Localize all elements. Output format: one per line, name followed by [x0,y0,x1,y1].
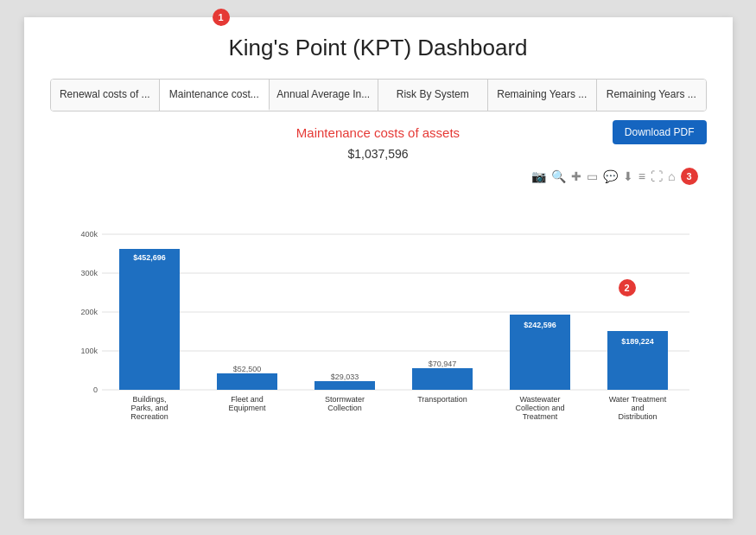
download-icon[interactable]: ⬇ [623,169,633,183]
badge-3: 3 [681,168,698,185]
chart-total: $1,037,596 [50,147,707,161]
bar-chart-svg: 0 100k 200k 300k 400k $452,696 $52,500 $… [50,195,707,437]
svg-text:Buildings,: Buildings, [132,395,166,404]
page-title: King's Point (KPT) Dashboard [50,35,707,61]
comment-icon[interactable]: 💬 [603,169,618,183]
dashboard-card: King's Point (KPT) Dashboard 1 Renewal c… [24,17,733,519]
bar-buildings [119,249,180,390]
svg-text:Transportation: Transportation [417,395,467,404]
tab-remaining1[interactable]: Remaining Years ... [488,80,598,111]
svg-text:Collection: Collection [327,404,362,412]
plus-icon[interactable]: ✚ [571,169,581,183]
tab-maintenance[interactable]: Maintenance cost... [160,80,270,111]
svg-text:400k: 400k [80,230,98,239]
svg-text:100k: 100k [80,347,98,355]
menu-icon[interactable]: ≡ [638,169,645,183]
select-icon[interactable]: ▭ [587,169,598,183]
camera-icon[interactable]: 📷 [531,169,546,183]
svg-text:300k: 300k [80,269,98,277]
svg-text:$189,224: $189,224 [621,337,654,346]
svg-text:Recreation: Recreation [130,412,168,421]
bar-chart-area: 0 100k 200k 300k 400k $452,696 $52,500 $… [50,195,707,437]
tab-annual[interactable]: Annual Average In... [270,80,379,111]
chart-toolbar: 📷 🔍 ✚ ▭ 💬 ⬇ ≡ ⛶ ⌂ 3 [50,164,707,188]
svg-text:Stormwater: Stormwater [324,395,364,404]
svg-text:Fleet and: Fleet and [231,395,264,404]
svg-text:Water Treatment: Water Treatment [608,395,666,404]
svg-text:Wastewater: Wastewater [519,395,560,404]
chart-header: Maintenance costs of assets 2 Download P… [50,125,707,140]
tab-renewal[interactable]: Renewal costs of ... [51,80,161,111]
tab-risk[interactable]: Risk By System [378,80,488,111]
svg-text:$452,696: $452,696 [133,253,166,262]
zoom-icon[interactable]: 🔍 [551,169,566,183]
svg-text:$242,596: $242,596 [524,321,556,329]
home-icon[interactable]: ⌂ [668,169,675,183]
svg-text:Parks, and: Parks, and [130,404,168,412]
download-pdf-button[interactable]: Download PDF [613,120,707,144]
svg-text:$52,500: $52,500 [232,365,261,373]
svg-text:$29,033: $29,033 [330,373,359,381]
bar-stormwater [314,381,375,390]
svg-text:0: 0 [92,385,97,394]
bar-transportation [412,368,473,390]
svg-text:Treatment: Treatment [522,412,557,421]
svg-text:200k: 200k [80,308,98,316]
svg-text:Collection and: Collection and [515,404,564,412]
tab-remaining2[interactable]: Remaining Years ... [597,80,706,111]
svg-text:$70,947: $70,947 [428,360,456,368]
bar-fleet [217,373,277,390]
svg-text:Distribution: Distribution [618,412,657,421]
chart-title: Maintenance costs of assets [296,125,460,140]
expand-icon[interactable]: ⛶ [651,169,663,183]
svg-text:and: and [631,404,644,412]
badge-1: 1 [213,9,230,26]
svg-text:Equipment: Equipment [228,404,266,412]
tabs-container: Renewal costs of ...Maintenance cost...A… [50,79,707,111]
